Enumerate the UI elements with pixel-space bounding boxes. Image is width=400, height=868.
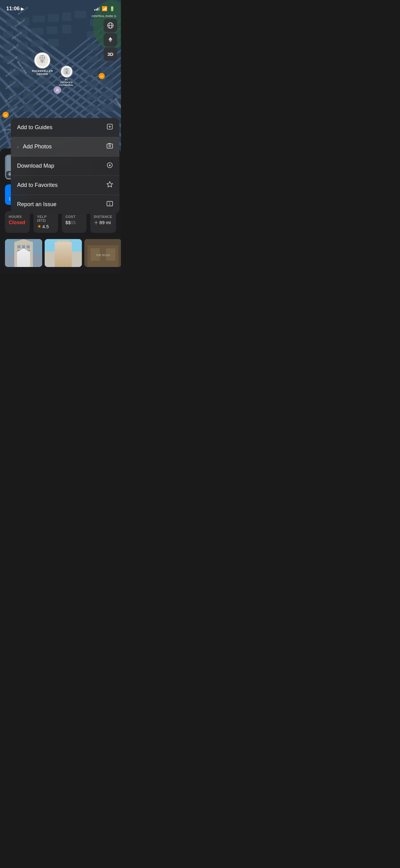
svg-rect-109: [68, 69, 69, 74]
svg-rect-169: [59, 251, 61, 254]
wifi-icon: 📶: [102, 6, 108, 11]
time-display: 11:06: [6, 6, 20, 12]
photo-3[interactable]: THE ROCK: [84, 239, 121, 267]
svg-point-136: [9, 174, 11, 175]
svg-rect-163: [59, 242, 61, 245]
globe-button[interactable]: [104, 19, 117, 32]
svg-rect-170: [62, 251, 65, 254]
svg-marker-119: [107, 182, 112, 187]
svg-rect-173: [62, 256, 65, 259]
add-to-favorites-item[interactable]: Add to Favorites: [11, 176, 120, 195]
add-to-favorites-icon: [106, 181, 113, 189]
svg-rect-46: [37, 78, 49, 85]
add-photos-icon: [106, 143, 113, 151]
svg-rect-152: [22, 245, 25, 248]
stpatrick-pin-label: ST.PATRICK'SCATHEDRAL: [59, 78, 73, 87]
svg-rect-115: [107, 144, 112, 148]
svg-rect-165: [66, 242, 69, 245]
svg-rect-107: [66, 72, 67, 74]
cost-cell: COST $$$$: [62, 211, 87, 233]
svg-rect-61: [87, 81, 98, 88]
svg-rect-55: [87, 43, 99, 50]
svg-text:SQUARE: SQUARE: [2, 128, 12, 131]
svg-text:🍽: 🍽: [100, 75, 103, 78]
svg-rect-27: [62, 12, 71, 21]
svg-rect-57: [87, 56, 98, 63]
svg-text:🍽: 🍽: [4, 114, 7, 117]
yelp-cell[interactable]: YELP (872) ★ 4.5: [33, 211, 58, 233]
distance-icon: [94, 220, 98, 225]
svg-rect-153: [27, 245, 30, 248]
add-to-guides-icon: [106, 123, 113, 132]
distance-cell: DISTANCE 89 mi: [90, 211, 116, 233]
svg-rect-156: [27, 250, 30, 253]
svg-rect-171: [66, 251, 69, 254]
yelp-label: YELP (872): [37, 215, 55, 222]
report-issue-item[interactable]: Report an Issue: [11, 195, 120, 214]
svg-rect-161: [45, 251, 82, 267]
svg-rect-64: [101, 92, 113, 99]
svg-rect-36: [31, 40, 43, 47]
svg-rect-162: [57, 241, 69, 267]
svg-rect-159: [27, 254, 30, 258]
svg-rect-50: [23, 104, 34, 112]
svg-rect-45: [23, 79, 34, 87]
svg-text:🏛: 🏛: [56, 89, 59, 92]
rockefeller-pin-label: ROCKEFELLERCENTER: [32, 69, 53, 75]
svg-rect-32: [46, 26, 57, 34]
add-to-guides-item[interactable]: Add to Guides: [11, 118, 120, 137]
svg-rect-62: [101, 79, 113, 87]
svg-rect-33: [62, 25, 71, 34]
cost-value: $$$$: [65, 220, 83, 225]
report-issue-label: Report an Issue: [17, 201, 57, 208]
context-menu: Add to Guides › Add Photos Download Map: [11, 118, 120, 214]
hours-value: Closed: [9, 220, 26, 225]
svg-rect-26: [48, 14, 59, 22]
svg-marker-150: [14, 239, 33, 267]
location-arrow-icon: ▶: [21, 6, 24, 11]
status-icons: 📶 🔋: [94, 6, 115, 11]
distance-number: 89 mi: [100, 220, 111, 225]
svg-rect-31: [31, 28, 43, 35]
hours-cell: HOURS Closed: [5, 211, 30, 233]
svg-rect-167: [62, 247, 65, 250]
svg-rect-155: [22, 250, 25, 253]
svg-rect-29: [3, 31, 13, 38]
svg-rect-59: [87, 68, 98, 75]
svg-rect-164: [62, 242, 65, 245]
status-bar: 11:06 ▶ 📶 🔋: [0, 0, 121, 14]
svg-rect-154: [18, 250, 21, 253]
rockefeller-pin[interactable]: ROCKEFELLERCENTER: [32, 52, 53, 75]
battery-icon: 🔋: [109, 6, 115, 11]
yelp-rating: 4.5: [42, 224, 49, 229]
3d-button[interactable]: 3D: [104, 47, 117, 61]
add-photos-item[interactable]: › Add Photos: [11, 137, 120, 156]
svg-rect-66: [101, 104, 113, 112]
svg-rect-166: [59, 247, 61, 250]
rockefeller-pin-icon: [34, 52, 51, 68]
cost-dim: $$: [71, 220, 76, 225]
download-map-item[interactable]: Download Map: [11, 156, 120, 176]
yelp-count: 872: [38, 219, 45, 222]
svg-point-138: [10, 172, 10, 173]
svg-rect-157: [18, 254, 21, 258]
info-row: HOURS Closed YELP (872) ★ 4.5 COST $$$$ …: [0, 211, 121, 233]
star-icon: ★: [37, 223, 41, 229]
location-button[interactable]: [104, 33, 117, 46]
svg-rect-25: [33, 16, 45, 22]
stpatrick-pin-icon: [61, 66, 72, 78]
svg-rect-174: [66, 256, 69, 259]
photo-2[interactable]: [45, 239, 82, 267]
svg-rect-63: [87, 93, 98, 100]
cost-active: $$: [65, 220, 71, 225]
stpatrick-pin[interactable]: ST.PATRICK'SCATHEDRAL: [59, 66, 73, 87]
svg-rect-151: [18, 245, 21, 248]
svg-rect-65: [87, 105, 98, 113]
map-controls: 3D: [104, 19, 117, 61]
photo-1[interactable]: [5, 239, 42, 267]
svg-text:THE ROCK: THE ROCK: [96, 254, 110, 257]
signal-icon: [94, 7, 100, 10]
svg-rect-168: [66, 247, 69, 250]
photos-strip: THE ROCK: [0, 239, 121, 267]
add-photos-left: › Add Photos: [17, 144, 52, 150]
